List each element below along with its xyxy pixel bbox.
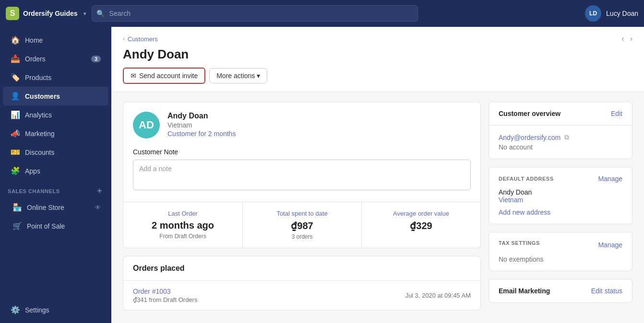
next-arrow-button[interactable]: › <box>630 35 632 43</box>
navigation-arrows: ‹ › <box>621 35 632 43</box>
sidebar-item-label: Orders <box>25 55 46 63</box>
search-input[interactable] <box>92 5 418 22</box>
send-invite-label: Send account invite <box>139 72 198 80</box>
breadcrumb-back-icon: ‹ <box>123 35 125 42</box>
last-order-sub: From Draft Orders <box>129 233 237 240</box>
user-name: Lucy Doan <box>606 10 638 17</box>
envelope-icon: ✉ <box>131 72 136 80</box>
sidebar-item-label: Home <box>25 36 43 44</box>
customer-email[interactable]: Andy@ordersify.com <box>499 134 561 141</box>
address-name: Andy Doan <box>499 188 622 196</box>
customer-country: Vietnam <box>167 121 236 129</box>
brand-logo[interactable]: S Ordersify Guides ▾ <box>6 7 86 20</box>
address-title-row: Default Address Manage <box>499 175 622 183</box>
sidebar-item-label: Point of Sale <box>27 222 65 230</box>
sidebar-item-label: Products <box>25 74 51 81</box>
sidebar-item-home[interactable]: 🏠 Home <box>3 31 108 49</box>
top-navigation: S Ordersify Guides ▾ 🔍 LD Lucy Doan <box>0 0 644 27</box>
customer-overview-edit[interactable]: Edit <box>611 110 622 117</box>
sidebar-item-label: Customers <box>25 92 60 100</box>
stat-last-order: Last Order 2 months ago From Draft Order… <box>123 202 242 248</box>
user-area: LD Lucy Doan <box>585 5 638 22</box>
email-row: Andy@ordersify.com ⧉ <box>499 133 622 141</box>
search-container: 🔍 <box>92 5 418 22</box>
analytics-icon: 📊 <box>11 110 20 119</box>
customer-note-input[interactable] <box>133 160 471 190</box>
customer-overview-content: Andy@ordersify.com ⧉ No account <box>489 126 632 159</box>
tax-settings-label: Tax Settings <box>499 240 540 246</box>
page-title: Andy Doan <box>123 47 632 62</box>
avg-order-value: ₫329 <box>368 220 475 231</box>
last-order-label: Last Order <box>129 210 237 217</box>
customer-overview-title: Customer overview <box>499 110 561 117</box>
prev-arrow-button[interactable]: ‹ <box>621 35 624 43</box>
manage-address-button[interactable]: Manage <box>598 175 622 183</box>
customer-profile-card: AD Andy Doan Vietnam Customer for 2 mont… <box>123 102 481 248</box>
sidebar-item-orders[interactable]: 📥 Orders 3 <box>3 49 108 68</box>
stat-total-spent: Total spent to date ₫987 3 orders <box>242 202 361 248</box>
tax-exemptions: No exemptions <box>499 255 622 263</box>
customer-profile-body: AD Andy Doan Vietnam Customer for 2 mont… <box>123 102 480 202</box>
customer-info: Andy Doan Vietnam Customer for 2 months <box>167 112 236 138</box>
customer-overview-card: Customer overview Edit Andy@ordersify.co… <box>489 102 632 159</box>
customer-note-label: Customer Note <box>133 148 471 156</box>
more-actions-button[interactable]: More actions ▾ <box>209 68 267 83</box>
search-icon: 🔍 <box>96 10 105 17</box>
last-order-value: 2 months ago <box>129 220 237 231</box>
settings-icon: ⚙️ <box>11 305 20 314</box>
add-new-address-link[interactable]: Add new address <box>499 208 622 216</box>
breadcrumb[interactable]: ‹ Customers <box>123 35 158 43</box>
orders-header: Orders placed <box>123 256 480 280</box>
total-spent-sub: 3 orders <box>249 233 356 240</box>
avatar-initials: AD <box>139 119 154 131</box>
add-sales-channel-icon[interactable]: ＋ <box>95 186 104 196</box>
discounts-icon: 🎫 <box>11 148 20 157</box>
copy-icon[interactable]: ⧉ <box>564 133 569 141</box>
sidebar-item-label: Online Store <box>27 204 64 211</box>
online-store-icon: 🏪 <box>12 203 22 212</box>
orders-placed-card: Orders placed Order #1003 ₫341 from Draf… <box>123 256 481 311</box>
sidebar-item-label: Marketing <box>25 130 54 138</box>
sidebar-item-apps[interactable]: 🧩 Apps <box>3 162 108 180</box>
edit-status-button[interactable]: Edit status <box>591 287 622 295</box>
sidebar-item-analytics[interactable]: 📊 Analytics <box>3 105 108 124</box>
account-status: No account <box>499 143 622 151</box>
default-address-card: Default Address Manage Andy Doan Vietnam… <box>489 167 632 224</box>
sidebar-item-products[interactable]: 🏷️ Products <box>3 68 108 87</box>
main-content: ‹ Customers ‹ › Andy Doan ✉ Send account… <box>111 27 644 323</box>
tax-settings-content: Tax Settings Manage No exemptions <box>489 232 632 271</box>
sidebar-item-label: Discounts <box>25 149 54 156</box>
customer-profile: AD Andy Doan Vietnam Customer for 2 mont… <box>133 112 471 138</box>
customer-since: Customer for 2 months <box>167 130 236 138</box>
sidebar-item-settings[interactable]: ⚙️ Settings <box>3 300 108 319</box>
shopify-icon: S <box>6 7 19 20</box>
marketing-icon: 📣 <box>11 129 20 138</box>
send-account-invite-button[interactable]: ✉ Send account invite <box>123 68 205 84</box>
sidebar-item-discounts[interactable]: 🎫 Discounts <box>3 143 108 162</box>
total-spent-label: Total spent to date <box>249 210 356 217</box>
default-address-label: Default Address <box>499 176 554 182</box>
sidebar: 🏠 Home 📥 Orders 3 🏷️ Products 👤 Customer… <box>0 27 111 323</box>
customer-name: Andy Doan <box>167 112 236 120</box>
tax-settings-card: Tax Settings Manage No exemptions <box>489 232 632 271</box>
more-actions-label: More actions <box>216 72 255 80</box>
sidebar-item-point-of-sale[interactable]: 🛒 Point of Sale <box>3 217 108 235</box>
total-spent-value: ₫987 <box>249 220 356 231</box>
stats-row: Last Order 2 months ago From Draft Order… <box>123 202 480 248</box>
sales-channels-label: Sales Channels ＋ <box>0 180 111 198</box>
sidebar-item-label: Apps <box>25 167 40 175</box>
sidebar-item-online-store[interactable]: 🏪 Online Store 👁 <box>3 198 108 217</box>
orders-badge: 3 <box>91 56 101 62</box>
default-address-content: Default Address Manage Andy Doan Vietnam… <box>489 167 632 224</box>
avatar[interactable]: LD <box>585 5 601 22</box>
manage-tax-button[interactable]: Manage <box>598 241 622 249</box>
order-date: Jul 3, 2020 at 09:45 AM <box>405 292 471 299</box>
email-marketing-title: Email Marketing <box>499 287 550 295</box>
tax-title-row: Tax Settings Manage <box>499 240 622 250</box>
stat-avg-order: Average order value ₫329 <box>361 202 480 248</box>
order-link[interactable]: Order #1003 <box>133 288 197 295</box>
sidebar-item-customers[interactable]: 👤 Customers <box>3 87 108 105</box>
sidebar-item-marketing[interactable]: 📣 Marketing <box>3 124 108 143</box>
orders-icon: 📥 <box>11 54 20 63</box>
email-marketing-header: Email Marketing Edit status <box>489 279 632 302</box>
